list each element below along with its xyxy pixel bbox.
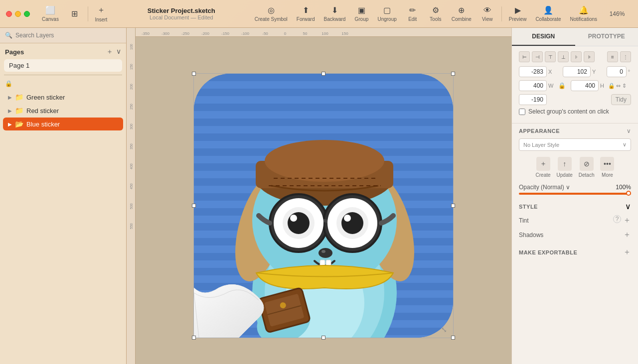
more-icon: ••• <box>600 157 614 171</box>
pages-chevron-icon[interactable]: ∨ <box>116 47 121 56</box>
opacity-slider[interactable] <box>519 193 631 195</box>
resize-handle-bl[interactable] <box>192 336 196 340</box>
add-shadow-icon[interactable]: ＋ <box>623 230 631 240</box>
y-label: Y <box>592 69 597 75</box>
update-style-action[interactable]: ↑ Update <box>557 157 573 178</box>
forward-button[interactable]: ⬆ Forward <box>293 2 319 25</box>
align-center-h-button[interactable]: ⊣ <box>532 51 543 62</box>
insert-button[interactable]: ＋ Insert <box>90 2 112 25</box>
preview-icon: ▶ <box>515 5 521 15</box>
svg-point-12 <box>265 140 384 182</box>
detach-style-action[interactable]: ⊘ Detach <box>579 157 595 178</box>
y-input[interactable] <box>563 66 591 77</box>
resize-handle-tl[interactable] <box>192 72 196 76</box>
align-top-button[interactable]: ⊥ <box>558 51 569 62</box>
pages-label: Pages <box>5 48 24 56</box>
combine-button[interactable]: ⊕ APPEARANCE Combine <box>448 2 476 25</box>
search-icon: 🔍 <box>5 32 12 39</box>
make-exportable-section[interactable]: MAKE EXPORTABLE ＋ <box>512 243 638 261</box>
align-left-button[interactable]: ⊢ <box>519 51 530 62</box>
align-center-v-button[interactable]: ⊦ <box>571 51 582 62</box>
canvas-icon: ⬜ <box>45 5 55 15</box>
minimize-button[interactable] <box>15 11 21 17</box>
close-button[interactable] <box>6 11 12 17</box>
create-symbol-button[interactable]: ◎ Create Symbol <box>251 2 292 25</box>
ruler-mark: 150 <box>335 31 355 36</box>
ruler-v-mark: 350 <box>127 136 136 156</box>
appearance-section-header[interactable]: APPEARANCE ∨ <box>512 123 638 136</box>
zoom-button[interactable]: 146% <box>602 2 632 25</box>
layer-red-sticker[interactable]: ▶ 📁 Red sticker <box>3 104 123 117</box>
artboard[interactable]: ⤡ <box>194 74 453 338</box>
canvas-mode-button[interactable]: ⬜ Canvas <box>38 2 63 25</box>
angle-field: ° <box>607 66 631 77</box>
resize-handle-tm[interactable] <box>321 72 325 76</box>
doc-subtitle: Local Document — Edited <box>150 14 213 20</box>
align-bottom-button[interactable]: ⊧ <box>584 51 595 62</box>
ruler-mark: -300 <box>156 31 175 36</box>
layer-blue-sticker[interactable]: ▶ 📂 Blue sticker <box>3 118 123 130</box>
dist-h-button[interactable]: ≡ <box>607 51 618 62</box>
backward-button[interactable]: ⬇ Backward <box>320 2 350 25</box>
edit-button[interactable]: ✏ Edit <box>402 2 424 25</box>
collaborate-button[interactable]: 👤 Collaborate <box>531 2 565 25</box>
canvas-content[interactable]: ⤡ <box>136 37 511 364</box>
search-bar: 🔍 <box>0 28 126 43</box>
layer-green-sticker[interactable]: ▶ 📁 Green sticker <box>3 91 123 104</box>
resize-handle-bm[interactable] <box>321 336 325 340</box>
resize-handle-br[interactable] <box>451 336 455 340</box>
search-input[interactable] <box>15 32 121 39</box>
appearance-title: APPEARANCE <box>519 128 560 134</box>
select-group-checkbox[interactable] <box>519 109 525 115</box>
svg-point-17 <box>288 212 310 234</box>
view-button[interactable]: 👁 View <box>477 2 498 25</box>
angle-unit: ° <box>628 69 630 75</box>
ruler-mark: -100 <box>235 31 255 36</box>
group-button[interactable]: ▣ Group <box>350 2 372 25</box>
select-group-label: Select group's content on click <box>528 108 609 115</box>
resize-handle-mr[interactable] <box>451 204 455 208</box>
layer-style-select[interactable]: No Layer Style ∨ <box>519 138 631 151</box>
resize-handle-tr[interactable] <box>451 72 455 76</box>
maximize-button[interactable] <box>24 11 30 17</box>
add-page-icon[interactable]: ＋ <box>106 47 113 56</box>
add-tint-icon[interactable]: ＋ <box>623 215 631 226</box>
chevron-right-icon: ▶ <box>8 95 12 100</box>
flip-icons: ⇔ ⇕ <box>616 83 627 89</box>
notifications-button[interactable]: 🔔 Notifications <box>566 2 601 25</box>
ruler-mark: 100 <box>315 31 335 36</box>
opacity-thumb[interactable] <box>626 191 631 196</box>
style-section-header[interactable]: STYLE ∨ <box>512 199 638 214</box>
tools-icon: ⚙ <box>432 5 439 15</box>
ungroup-button[interactable]: ▢ Ungroup <box>373 2 400 25</box>
h-input[interactable] <box>571 80 599 91</box>
w-input[interactable] <box>519 80 547 91</box>
ruler-mark: -200 <box>195 31 215 36</box>
x-input[interactable] <box>519 66 547 77</box>
more-style-action[interactable]: ••• More <box>600 157 614 178</box>
grid-mode-button[interactable]: ⊞ <box>64 2 86 25</box>
rotation-input[interactable] <box>519 94 547 105</box>
add-export-icon[interactable]: ＋ <box>623 247 631 257</box>
y-field: Y <box>563 66 604 77</box>
lock-aspect-icon[interactable]: 🔒 <box>556 80 568 91</box>
resize-corner-icon[interactable]: ⤡ <box>441 326 449 334</box>
tint-actions: ? ＋ <box>613 215 631 226</box>
svg-point-22 <box>344 215 351 222</box>
page-1-item[interactable]: Page 1 <box>4 59 122 72</box>
dist-v-button[interactable]: ⋮ <box>620 51 631 62</box>
opacity-chevron-icon[interactable]: ∨ <box>566 184 570 191</box>
tab-design[interactable]: DESIGN <box>512 28 575 46</box>
tab-prototype[interactable]: PROTOTYPE <box>575 28 638 46</box>
tools-button[interactable]: ⚙ Tools <box>425 2 447 25</box>
angle-input[interactable] <box>607 66 627 77</box>
backward-icon: ⬇ <box>331 5 338 15</box>
resize-handle-ml[interactable] <box>192 204 196 208</box>
make-exportable-label: MAKE EXPORTABLE <box>519 249 577 255</box>
preview-button[interactable]: ▶ Preview <box>505 2 531 25</box>
collaborate-icon: 👤 <box>543 5 553 15</box>
tidy-button[interactable]: Tidy <box>577 94 632 105</box>
create-style-action[interactable]: ＋ Create <box>536 157 551 178</box>
tint-help-icon[interactable]: ? <box>613 215 621 223</box>
align-right-button[interactable]: ⊤ <box>545 51 556 62</box>
